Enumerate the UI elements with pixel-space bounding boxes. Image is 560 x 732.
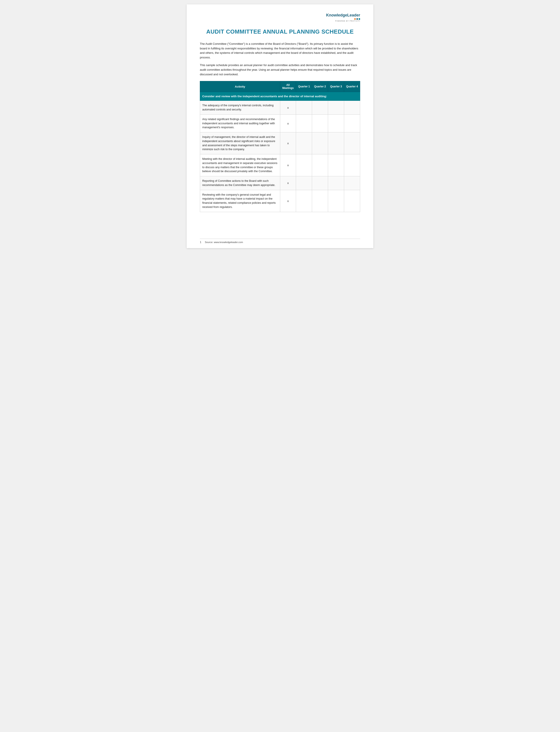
dot-orange <box>354 18 356 20</box>
mark-cell-quarter1 <box>296 114 312 132</box>
header-quarter1: Quarter 1 <box>296 81 312 92</box>
mark-cell-quarter1 <box>296 132 312 154</box>
activity-cell: Reporting of Committee actions to the Bo… <box>200 176 280 190</box>
mark-cell-quarter2 <box>312 190 328 212</box>
table-row: Inquiry of management, the director of i… <box>200 132 360 154</box>
footer-page-number: 1 <box>200 241 201 244</box>
page-title: AUDIT COMMITTEE ANNUAL PLANNING SCHEDULE <box>200 28 360 35</box>
table-row: Reporting of Committee actions to the Bo… <box>200 176 360 190</box>
intro-paragraph-1: The Audit Committee ("Committee") is a c… <box>200 42 360 60</box>
mark-cell-all_meetings: x <box>280 190 296 212</box>
mark-cell-all_meetings: x <box>280 154 296 176</box>
mark-cell-quarter4 <box>344 114 360 132</box>
mark-cell-quarter3 <box>328 132 344 154</box>
table-row: Reviewing with the company's general cou… <box>200 190 360 212</box>
mark-cell-quarter4 <box>344 190 360 212</box>
mark-cell-quarter4 <box>344 101 360 115</box>
header-all-meetings: All Meetings <box>280 81 296 92</box>
logo-dots <box>326 18 360 20</box>
table-row: Meeting with the director of internal au… <box>200 154 360 176</box>
mark-cell-quarter2 <box>312 101 328 115</box>
mark-cell-quarter1 <box>296 190 312 212</box>
header-activity: Activity <box>200 81 280 92</box>
mark-cell-quarter4 <box>344 176 360 190</box>
activity-cell: Reviewing with the company's general cou… <box>200 190 280 212</box>
section-row-1: Consider and review with the independent… <box>200 92 360 101</box>
schedule-table: Activity All Meetings Quarter 1 Quarter … <box>200 81 360 212</box>
mark-cell-quarter4 <box>344 132 360 154</box>
brand-name: KnowledgeLeader <box>326 13 360 17</box>
mark-cell-all_meetings: x <box>280 101 296 115</box>
activity-cell: Inquiry of management, the director of i… <box>200 132 280 154</box>
footer: 1 Source: www.knowledgeleader.com <box>200 239 360 244</box>
header-quarter2: Quarter 2 <box>312 81 328 92</box>
logo-area: KnowledgeLeader POWERED BY PROTIVITI <box>200 13 360 22</box>
mark-cell-quarter3 <box>328 114 344 132</box>
dot-teal <box>359 18 360 20</box>
mark-cell-quarter4 <box>344 154 360 176</box>
mark-cell-quarter3 <box>328 190 344 212</box>
activity-cell: Meeting with the director of internal au… <box>200 154 280 176</box>
mark-cell-quarter1 <box>296 176 312 190</box>
table-row: The adequacy of the company's internal c… <box>200 101 360 115</box>
mark-cell-quarter3 <box>328 176 344 190</box>
footer-source: Source: www.knowledgeleader.com <box>205 241 243 244</box>
table-header-row: Activity All Meetings Quarter 1 Quarter … <box>200 81 360 92</box>
document-page: KnowledgeLeader POWERED BY PROTIVITI AUD… <box>187 4 373 248</box>
mark-cell-quarter1 <box>296 154 312 176</box>
mark-cell-all_meetings: x <box>280 176 296 190</box>
mark-cell-quarter2 <box>312 132 328 154</box>
mark-cell-all_meetings: x <box>280 114 296 132</box>
mark-cell-all_meetings: x <box>280 132 296 154</box>
header-quarter4: Quarter 4 <box>344 81 360 92</box>
header-quarter3: Quarter 3 <box>328 81 344 92</box>
activity-cell: The adequacy of the company's internal c… <box>200 101 280 115</box>
table-row: Any related significant findings and rec… <box>200 114 360 132</box>
activity-cell: Any related significant findings and rec… <box>200 114 280 132</box>
mark-cell-quarter2 <box>312 114 328 132</box>
mark-cell-quarter1 <box>296 101 312 115</box>
mark-cell-quarter3 <box>328 101 344 115</box>
mark-cell-quarter2 <box>312 154 328 176</box>
dot-blue <box>356 18 358 20</box>
mark-cell-quarter3 <box>328 154 344 176</box>
section-label-1: Consider and review with the independent… <box>200 92 360 101</box>
intro-paragraph-2: This sample schedule provides an annual … <box>200 63 360 77</box>
mark-cell-quarter2 <box>312 176 328 190</box>
logo-subtitle: POWERED BY PROTIVITI <box>326 20 360 22</box>
logo-text: KnowledgeLeader <box>326 13 360 18</box>
